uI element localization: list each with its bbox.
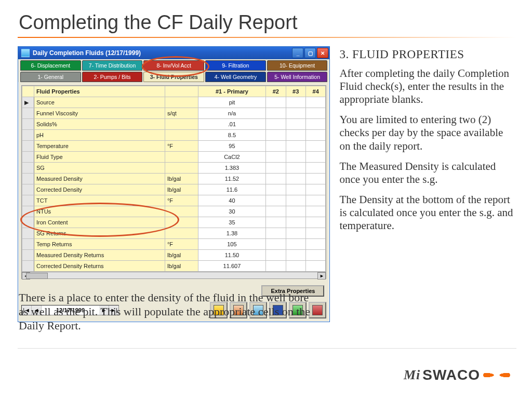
prop-value-2[interactable] bbox=[266, 174, 286, 184]
row-selector[interactable] bbox=[22, 163, 34, 174]
prop-value-1[interactable]: 11.6 bbox=[198, 184, 265, 195]
prop-value-2[interactable] bbox=[266, 119, 286, 130]
row-selector[interactable] bbox=[22, 217, 34, 228]
prop-value-2[interactable] bbox=[266, 152, 286, 163]
prop-value-1[interactable]: CaCl2 bbox=[198, 152, 265, 163]
scroll-right-icon[interactable]: ► bbox=[317, 272, 326, 280]
prop-value-3[interactable] bbox=[286, 174, 305, 184]
prop-value-1[interactable]: 40 bbox=[198, 195, 265, 206]
prop-value-1[interactable]: n/a bbox=[198, 108, 265, 119]
prop-value-2[interactable] bbox=[266, 239, 286, 250]
prop-value-3[interactable] bbox=[286, 97, 305, 108]
prop-value-1[interactable]: 105 bbox=[198, 239, 265, 250]
tab-top-0[interactable]: 6- Displacement bbox=[20, 60, 81, 71]
tab-bottom-2[interactable]: 3- Fluid Properties bbox=[143, 72, 204, 82]
tab-bottom-0[interactable]: 1- General bbox=[20, 72, 81, 82]
row-selector[interactable] bbox=[22, 261, 34, 272]
prop-value-4[interactable] bbox=[305, 195, 325, 206]
prop-value-4[interactable] bbox=[305, 174, 325, 184]
prop-value-1[interactable]: 8.5 bbox=[198, 130, 265, 141]
grid-hscroll[interactable]: ◄ ► bbox=[22, 272, 326, 278]
prop-value-1[interactable]: 95 bbox=[198, 141, 265, 152]
prop-value-3[interactable] bbox=[286, 184, 305, 195]
prop-value-3[interactable] bbox=[286, 108, 305, 119]
prop-value-1[interactable]: 11.50 bbox=[198, 250, 265, 261]
tab-top-3[interactable]: 9- Filtration bbox=[205, 60, 266, 71]
prop-value-2[interactable] bbox=[266, 108, 286, 119]
prop-value-2[interactable] bbox=[266, 261, 286, 272]
prop-value-3[interactable] bbox=[286, 239, 305, 250]
prop-value-1[interactable]: 11.52 bbox=[198, 174, 265, 184]
prop-value-2[interactable] bbox=[266, 217, 286, 228]
maximize-button[interactable]: ▢ bbox=[304, 48, 316, 58]
tab-top-2[interactable]: 8- Inv/Vol Acct bbox=[143, 60, 204, 71]
prop-value-4[interactable] bbox=[305, 228, 325, 239]
row-selector[interactable] bbox=[22, 184, 34, 195]
grid-row: Fluid TypeCaCl2 bbox=[22, 152, 326, 163]
prop-value-4[interactable] bbox=[305, 250, 325, 261]
prop-value-4[interactable] bbox=[305, 206, 325, 217]
prop-value-2[interactable] bbox=[266, 163, 286, 174]
prop-value-2[interactable] bbox=[266, 206, 286, 217]
prop-value-2[interactable] bbox=[266, 184, 286, 195]
prop-value-4[interactable] bbox=[305, 141, 325, 152]
prop-value-4[interactable] bbox=[305, 108, 325, 119]
prop-value-1[interactable]: 1.383 bbox=[198, 163, 265, 174]
row-selector[interactable] bbox=[22, 141, 34, 152]
prop-value-1[interactable]: 30 bbox=[198, 206, 265, 217]
prop-value-4[interactable] bbox=[305, 239, 325, 250]
prop-value-1[interactable]: 35 bbox=[198, 217, 265, 228]
tab-top-1[interactable]: 7- Time Distribution bbox=[82, 60, 143, 71]
row-selector[interactable] bbox=[22, 174, 34, 184]
row-selector[interactable] bbox=[22, 130, 34, 141]
row-selector[interactable] bbox=[22, 250, 34, 261]
tab-bottom-1[interactable]: 2- Pumps / Bits bbox=[82, 72, 143, 82]
prop-value-4[interactable] bbox=[305, 119, 325, 130]
prop-value-3[interactable] bbox=[286, 119, 305, 130]
tab-top-4[interactable]: 10- Equipment bbox=[267, 60, 328, 71]
prop-value-2[interactable] bbox=[266, 97, 286, 108]
tab-bottom-3[interactable]: 4- Well Geometry bbox=[205, 72, 266, 82]
prop-value-1[interactable]: pit bbox=[198, 97, 265, 108]
row-selector[interactable] bbox=[22, 108, 34, 119]
prop-value-2[interactable] bbox=[266, 130, 286, 141]
row-selector[interactable] bbox=[22, 195, 34, 206]
row-selector[interactable] bbox=[22, 228, 34, 239]
prop-value-4[interactable] bbox=[305, 130, 325, 141]
prop-value-4[interactable] bbox=[305, 152, 325, 163]
prop-value-2[interactable] bbox=[266, 195, 286, 206]
scroll-thumb[interactable] bbox=[26, 273, 48, 279]
grid-row: Funnel Viscositys/qtn/a bbox=[22, 108, 326, 119]
prop-value-4[interactable] bbox=[305, 217, 325, 228]
prop-value-2[interactable] bbox=[266, 141, 286, 152]
prop-value-3[interactable] bbox=[286, 250, 305, 261]
row-selector-header bbox=[22, 86, 34, 97]
prop-value-1[interactable]: 11.607 bbox=[198, 261, 265, 272]
row-selector[interactable] bbox=[22, 119, 34, 130]
prop-value-3[interactable] bbox=[286, 195, 305, 206]
prop-value-3[interactable] bbox=[286, 228, 305, 239]
prop-value-2[interactable] bbox=[266, 228, 286, 239]
prop-value-3[interactable] bbox=[286, 261, 305, 272]
row-selector[interactable] bbox=[22, 239, 34, 250]
prop-value-2[interactable] bbox=[266, 250, 286, 261]
prop-value-3[interactable] bbox=[286, 130, 305, 141]
row-selector[interactable]: ▶ bbox=[22, 97, 34, 108]
tab-bottom-4[interactable]: 5- Well Information bbox=[267, 72, 328, 82]
row-selector[interactable] bbox=[22, 152, 34, 163]
prop-value-4[interactable] bbox=[305, 163, 325, 174]
prop-value-3[interactable] bbox=[286, 217, 305, 228]
prop-value-3[interactable] bbox=[286, 152, 305, 163]
prop-value-1[interactable]: .01 bbox=[198, 119, 265, 130]
footer-divider bbox=[18, 348, 516, 349]
prop-value-4[interactable] bbox=[305, 184, 325, 195]
prop-value-3[interactable] bbox=[286, 141, 305, 152]
prop-value-3[interactable] bbox=[286, 206, 305, 217]
prop-value-4[interactable] bbox=[305, 261, 325, 272]
prop-value-3[interactable] bbox=[286, 163, 305, 174]
close-button[interactable]: ✕ bbox=[317, 48, 328, 58]
prop-value-1[interactable]: 1.38 bbox=[198, 228, 265, 239]
row-selector[interactable] bbox=[22, 206, 34, 217]
minimize-button[interactable]: _ bbox=[292, 48, 303, 58]
prop-value-4[interactable] bbox=[305, 97, 325, 108]
